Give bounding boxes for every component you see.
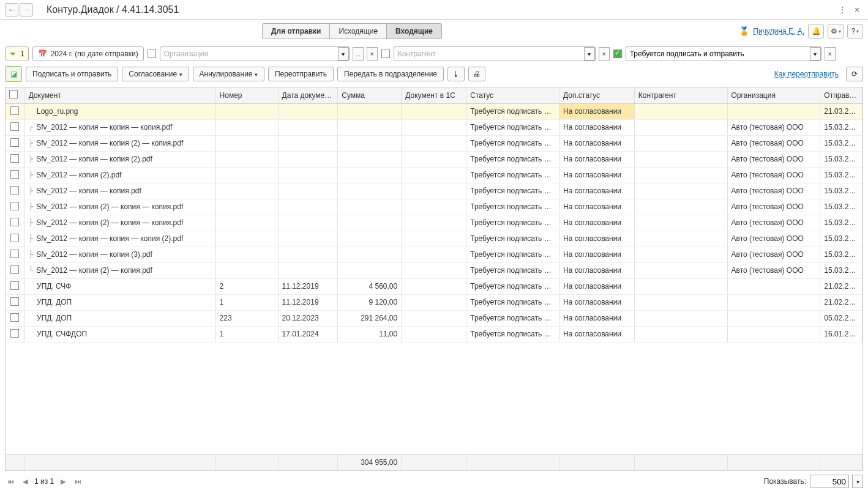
table-row[interactable]: Logo_ru.pngТребуется подписать и о...На …: [6, 104, 862, 120]
page-size-dropdown[interactable]: ▾: [852, 475, 863, 488]
how-resend-link[interactable]: Как переотправить: [774, 70, 839, 78]
download-button[interactable]: ⭳: [447, 67, 465, 81]
cell: [278, 151, 338, 167]
header-doc[interactable]: Документ: [24, 87, 215, 103]
chevron-down-icon: ▾: [179, 72, 182, 78]
help-icon[interactable]: ?: [847, 24, 863, 39]
more-menu-icon[interactable]: ⋮: [836, 4, 848, 16]
row-checkbox[interactable]: [10, 250, 19, 258]
row-checkbox[interactable]: [10, 329, 19, 338]
tab-incoming[interactable]: Входящие: [386, 23, 442, 39]
header-1c[interactable]: Документ в 1С: [402, 87, 466, 103]
header-sent[interactable]: Отправлен: [820, 87, 862, 103]
page-last-button[interactable]: ⏭: [72, 476, 83, 487]
table-row[interactable]: ├ Sfv_2012 — копия (2) — копия — копия.p…: [6, 199, 862, 215]
header-status[interactable]: Статус: [466, 87, 559, 103]
status-clear-button[interactable]: ×: [825, 47, 836, 61]
org-clear-button[interactable]: ×: [367, 47, 378, 61]
table-row[interactable]: └ Sfv_2012 — копия (2) — копия.pdfТребуе…: [6, 262, 862, 278]
status-input[interactable]: [626, 50, 810, 58]
table-row[interactable]: ├ Sfv_2012 — копия — копия.pdfТребуется …: [6, 183, 862, 199]
close-icon[interactable]: ×: [851, 4, 863, 16]
cell: [727, 326, 820, 342]
cell: ┌ Sfv_2012 — копия — копия — копия.pdf: [24, 119, 215, 135]
row-checkbox[interactable]: [10, 313, 19, 322]
header-sub[interactable]: Доп.статус: [559, 87, 635, 103]
row-checkbox[interactable]: [10, 218, 19, 226]
sign-send-button[interactable]: Подписать и отправить: [26, 67, 118, 81]
ctr-input[interactable]: [394, 50, 585, 58]
select-all-button[interactable]: ◪: [5, 66, 22, 82]
header-ctr[interactable]: Контрагент: [634, 87, 727, 103]
header-num[interactable]: Номер: [215, 87, 278, 103]
org-more-button[interactable]: …: [353, 47, 364, 61]
header-checkbox[interactable]: [6, 87, 24, 103]
print-button[interactable]: 🖨: [468, 67, 485, 81]
row-checkbox[interactable]: [10, 122, 19, 131]
ctr-dropdown-button[interactable]: ▾: [584, 47, 595, 61]
transfer-button[interactable]: Передать в подразделение: [337, 67, 444, 81]
table-row[interactable]: ├ Sfv_2012 — копия — копия — копия (2).p…: [6, 231, 862, 247]
page-next-button[interactable]: ▶: [58, 476, 69, 487]
tab-draft[interactable]: Для отправки: [262, 23, 330, 39]
table-row[interactable]: ├ Sfv_2012 — копия (2).pdfТребуется подп…: [6, 167, 862, 183]
approve-button[interactable]: Согласование ▾: [122, 67, 189, 81]
row-checkbox[interactable]: [10, 202, 19, 210]
row-checkbox[interactable]: [10, 281, 19, 290]
header-sum[interactable]: Сумма: [338, 87, 402, 103]
table-row[interactable]: ├ Sfv_2012 — копия — копия (3).pdfТребуе…: [6, 247, 862, 262]
status-dropdown-button[interactable]: ▾: [810, 47, 821, 61]
cell: [402, 119, 466, 135]
gear-icon[interactable]: ⚙: [828, 24, 844, 39]
user-link[interactable]: Пичулина Е. А.: [753, 27, 804, 35]
bell-icon[interactable]: 🔔: [808, 24, 824, 39]
table-row[interactable]: УПД. ДОП111.12.20199 120,00Требуется под…: [6, 294, 862, 310]
row-checkbox[interactable]: [10, 106, 19, 115]
cell: [634, 310, 727, 326]
pager: ⏮ ◀ 1 из 1 ▶ ⏭ Показывать: ▾: [0, 471, 868, 492]
table-row[interactable]: УПД. ДОП22320.12.2023291 264,00Требуется…: [6, 310, 862, 326]
status-checkbox[interactable]: [613, 50, 622, 58]
cell: Требуется подписать и о...: [466, 119, 559, 135]
org-input[interactable]: [160, 50, 339, 58]
table-row[interactable]: ┌ Sfv_2012 — копия — копия — копия.pdfТр…: [6, 119, 862, 135]
row-checkbox[interactable]: [10, 170, 19, 179]
nav-back-button[interactable]: ←: [5, 3, 18, 17]
row-checkbox[interactable]: [10, 265, 19, 274]
row-checkbox[interactable]: [10, 234, 19, 242]
tab-outgoing[interactable]: Исходящие: [329, 23, 387, 39]
cell: 15.03.2024: [820, 247, 862, 262]
table-row[interactable]: ├ Sfv_2012 — копия — копия (2) — копия.p…: [6, 135, 862, 151]
cell: УПД. СЧФДОП: [24, 326, 215, 342]
page-size-input[interactable]: [810, 475, 849, 488]
cell: Авто (тестовая) ООО: [727, 135, 820, 151]
row-checkbox[interactable]: [10, 138, 19, 147]
resend-button[interactable]: Переотправить: [268, 67, 334, 81]
ctr-checkbox[interactable]: [381, 50, 390, 58]
annul-button[interactable]: Аннулирование ▾: [193, 67, 264, 81]
table-row[interactable]: ├ Sfv_2012 — копия — копия (2).pdfТребуе…: [6, 151, 862, 167]
org-checkbox[interactable]: [148, 50, 156, 58]
cell: [215, 183, 278, 199]
page-prev-button[interactable]: ◀: [20, 476, 31, 487]
row-checkbox[interactable]: [10, 154, 19, 163]
cell: 21.03.2024: [820, 104, 862, 120]
cell: На согласовании: [559, 278, 635, 294]
ctr-clear-button[interactable]: ×: [599, 47, 610, 61]
filter-button[interactable]: ⏷ 1: [5, 46, 29, 61]
row-checkbox[interactable]: [10, 297, 19, 306]
cell: [278, 167, 338, 183]
page-first-button[interactable]: ⏮: [5, 476, 16, 487]
table-row[interactable]: УПД. СЧФДОП117.01.202411,00Требуется под…: [6, 326, 862, 342]
cell: [634, 231, 727, 247]
nav-forward-button[interactable]: →: [20, 3, 33, 17]
row-checkbox[interactable]: [10, 186, 19, 195]
header-org[interactable]: Организация: [727, 87, 820, 103]
table-row[interactable]: ├ Sfv_2012 — копия (2) — копия — копия.p…: [6, 215, 862, 231]
table-row[interactable]: УПД. СЧФ211.12.20194 560,00Требуется под…: [6, 278, 862, 294]
org-dropdown-button[interactable]: ▾: [338, 47, 349, 61]
header-date[interactable]: Дата документа: [278, 87, 338, 103]
cell: [6, 135, 24, 151]
refresh-button[interactable]: ⟳: [846, 67, 863, 81]
date-filter[interactable]: 📅 2024 г. (по дате отправки): [32, 46, 144, 61]
